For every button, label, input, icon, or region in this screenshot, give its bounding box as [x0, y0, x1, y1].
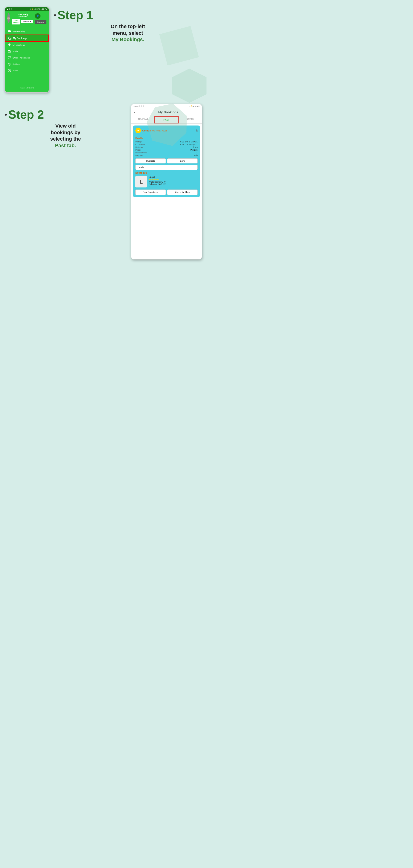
step2-description: View old bookings by selecting the Past …: [5, 123, 126, 149]
svg-point-11: [9, 44, 10, 45]
step2-bullet: •: [5, 111, 7, 118]
rate-experience-button[interactable]: Rate Experience: [136, 189, 166, 195]
driver-info-section: Driver Info L Lalca ★★★★★ White Economy …: [136, 172, 198, 195]
avatar: [7, 13, 10, 23]
my-locations-label: My Locations: [12, 44, 25, 46]
wallet-label: Wallet: [12, 50, 18, 53]
details-dropdown[interactable]: Details ▼: [136, 165, 198, 170]
view-profile-button[interactable]: View Profile: [12, 19, 20, 25]
clock-icon: [8, 37, 11, 40]
svg-point-20: [9, 70, 9, 70]
driver-name: Lalca: [149, 176, 198, 178]
personal-dropdown-button[interactable]: Personal ▼: [21, 20, 33, 23]
menu-item-new-booking[interactable]: New Booking: [5, 28, 49, 34]
location-icon: [8, 43, 11, 46]
new-booking-label: New Booking: [12, 30, 25, 32]
driver-type: White Economy 👁: [149, 181, 198, 183]
svg-point-2: [8, 19, 9, 20]
car-icon: [8, 30, 11, 33]
duplicate-button[interactable]: Duplicate: [136, 158, 166, 163]
wallet-icon: [8, 50, 11, 53]
about-label: About: [12, 69, 18, 72]
driver-pref-label: Driver Preferences: [12, 57, 30, 59]
step2-text: • Step 2 View old bookings by selecting …: [5, 104, 126, 149]
phone-mockup-1: ▲ ⊟ ◎ ··· ♦ ⚡ .ıl 61% 1:12 PM Transporti…: [5, 7, 49, 93]
menu-item-settings[interactable]: Settings: [5, 61, 49, 67]
svg-line-9: [10, 38, 10, 39]
driver-avatar: L: [136, 176, 147, 187]
driver-num: 1: [149, 185, 198, 188]
completed-check-icon: [136, 128, 141, 133]
menu-item-wallet[interactable]: Wallet: [5, 48, 49, 55]
svg-rect-4: [8, 30, 10, 31]
driver-details: Lalca ★★★★★ White Economy 👁 Deliveree St…: [149, 176, 198, 188]
menu-item-my-bookings[interactable]: My Bookings: [5, 34, 49, 42]
status-left-icons: ▲ ⊟ ◎ ···: [6, 8, 14, 10]
status2-right: ♦ ⚡.ıl 78% ▮: [189, 105, 199, 107]
info-icon: [8, 69, 11, 72]
action-buttons: Duplicate Save: [136, 158, 198, 163]
distance-row: Distance: 8 km: [136, 146, 198, 148]
my-bookings-label: My Bookings: [13, 37, 27, 39]
status-right-icons: ♦ ⚡ .ıl 61% 1:12 PM: [30, 8, 47, 10]
step1-bullet: •: [54, 11, 56, 19]
chevron-down-icon: ▼: [193, 166, 195, 168]
destinations-row: Destinations: 1: [136, 152, 198, 154]
menu-item-my-locations[interactable]: My Locations: [5, 42, 49, 48]
copy-icon[interactable]: ⎘: [196, 129, 198, 132]
settings-icon: [8, 63, 11, 66]
status-bar-1: ▲ ⊟ ◎ ··· ♦ ⚡ .ıl 61% 1:12 PM: [5, 7, 49, 11]
svg-point-21: [137, 129, 140, 132]
version-text: Version 2.0.42.1349: [5, 85, 49, 91]
eye-icon: 👁: [164, 181, 166, 183]
save-button[interactable]: Save: [167, 158, 198, 163]
step1-title: Step 1: [57, 9, 93, 21]
svg-point-17: [9, 64, 10, 65]
svg-rect-16: [8, 50, 10, 51]
payment-row: Payment: Cash: [136, 154, 198, 157]
driver-staff: Deliveree Staff 206: [149, 183, 198, 185]
report-problem-button[interactable]: Report Problem: [167, 189, 198, 195]
settings-label: Settings: [12, 63, 20, 65]
bottom-buttons: Rate Experience Report Problem: [136, 189, 198, 195]
driver-info-label: Driver Info: [136, 172, 198, 174]
step2-title: Step 2: [8, 108, 44, 121]
back-button[interactable]: ‹: [134, 110, 135, 114]
profile-name: Transportify Customer: [12, 13, 33, 18]
svg-point-1: [8, 18, 9, 18]
profile-area: Transportify Customer View Profile Perso…: [5, 11, 49, 28]
status2-left: 10:35 ⊟ ⊡ ⊞ ···: [134, 105, 147, 107]
menu-item-driver-preferences[interactable]: Driver Preferences: [5, 55, 49, 61]
price-row: Price: ₱ 2,215: [136, 149, 198, 151]
heart-icon: [8, 56, 11, 59]
svg-rect-14: [9, 51, 10, 52]
driver-card: L Lalca ★★★★★ White Economy 👁 Deliveree …: [136, 176, 198, 188]
menu-item-about[interactable]: About: [5, 67, 49, 74]
driver-stars: ★★★★★: [149, 178, 198, 181]
